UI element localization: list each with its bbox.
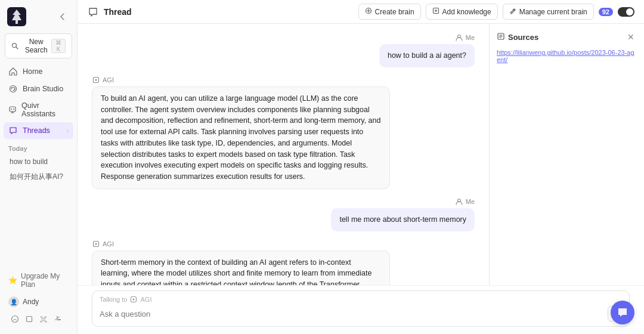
sidebar-nav: Home Brain Studio Quivr Assistants Threa…: [0, 63, 77, 139]
sidebar-collapse-btn[interactable]: [55, 10, 70, 24]
svg-rect-12: [55, 319, 58, 320]
star-icon: ⭐: [8, 276, 17, 284]
message-text-2: To build an AI agent, you can utilize a …: [101, 94, 380, 181]
add-knowledge-icon: [432, 7, 439, 16]
new-search-button[interactable]: New Search ⌘ K: [5, 33, 72, 58]
sidebar-item-home-label: Home: [23, 67, 42, 76]
sidebar-item-brain-studio[interactable]: Brain Studio: [4, 81, 73, 97]
message-sender-name-1: Me: [466, 34, 475, 41]
sidebar-item-brain-studio-label: Brain Studio: [23, 85, 63, 93]
add-knowledge-label: Add knowledge: [442, 8, 491, 16]
chat-input-label: Talking to AGI: [92, 291, 629, 304]
brain-count-badge: 92: [599, 8, 613, 16]
message-row-2: AGI To build an AI agent, you can utiliz…: [92, 76, 475, 189]
message-sender-name-3: Me: [466, 198, 475, 205]
sidebar-footer-icons: [4, 311, 73, 329]
content-area: Me how to build a ai agent? AGI To build…: [78, 24, 644, 285]
header-left: Thread: [87, 6, 132, 18]
talking-to-text: Talking to: [100, 296, 127, 303]
message-text-4: Short-term memory in the context of buil…: [101, 258, 371, 286]
message-bubble-3: tell me more about short-term memory: [331, 208, 475, 231]
create-brain-button[interactable]: Create brain: [358, 4, 421, 20]
sources-icon: [497, 32, 505, 42]
agi-label-text: AGI: [140, 296, 151, 303]
page-title: Thread: [104, 7, 132, 17]
svg-point-6: [13, 109, 14, 110]
svg-point-18: [95, 79, 97, 81]
thread-header-icon: [87, 6, 99, 18]
svg-rect-8: [27, 317, 32, 322]
sources-panel: Sources ✕ https://lilianweng.github.io/p…: [489, 24, 644, 285]
logo-icon: [7, 7, 26, 26]
manage-brain-label: Manage current brain: [519, 8, 587, 16]
source-link-1[interactable]: https://lilianweng.github.io/posts/2023-…: [497, 49, 637, 63]
header-actions: Create brain Add knowledge Manage curren…: [358, 4, 634, 20]
home-icon: [8, 67, 18, 76]
quivr-assistants-icon: [8, 105, 17, 115]
sources-header: Sources ✕: [497, 31, 637, 43]
new-search-label: New Search: [21, 38, 51, 54]
upgrade-label: Upgrade My Plan: [21, 272, 69, 289]
box-icon[interactable]: [24, 314, 35, 324]
sidebar-item-home[interactable]: Home: [4, 63, 73, 80]
twitter-icon[interactable]: [38, 314, 49, 324]
github-icon[interactable]: [10, 314, 20, 324]
brain-studio-icon: [8, 84, 18, 94]
user-profile[interactable]: 👤 Andy: [4, 293, 73, 311]
user-name: Andy: [23, 298, 39, 306]
message-text-1: how to build a ai agent?: [388, 51, 466, 60]
sources-title: Sources: [497, 32, 538, 42]
chat-input-area: Talking to AGI: [78, 285, 644, 334]
svg-point-5: [11, 109, 12, 110]
sidebar-item-threads-label: Threads: [23, 126, 50, 135]
agi-label-icon: [129, 295, 138, 304]
upgrade-plan-button[interactable]: ⭐ Upgrade My Plan: [4, 268, 73, 292]
slack-icon[interactable]: [52, 314, 63, 324]
new-search-shortcut: ⌘ K: [51, 39, 66, 53]
thread-item-1[interactable]: how to build: [4, 154, 73, 169]
message-sender-name-4: AGI: [103, 240, 114, 248]
message-sender-name-2: AGI: [103, 76, 114, 84]
add-knowledge-button[interactable]: Add knowledge: [426, 4, 498, 20]
sidebar-item-quivr-assistants[interactable]: Quivr Assistants: [4, 98, 73, 122]
chat-input-row: [92, 304, 629, 326]
threads-today-section: Today: [0, 139, 77, 154]
sources-close-button[interactable]: ✕: [625, 31, 637, 43]
svg-point-21: [95, 243, 97, 245]
sidebar: New Search ⌘ K Home Brain Studio Quivr A…: [0, 0, 78, 334]
user-sender-icon-1: [455, 33, 463, 42]
create-brain-icon: [365, 7, 372, 16]
chat-input-container: Talking to AGI: [92, 290, 630, 327]
search-icon: [11, 42, 18, 50]
pencil-icon: [509, 7, 516, 16]
message-bubble-2: To build an AI agent, you can utilize a …: [92, 86, 390, 189]
svg-point-1: [13, 44, 17, 48]
message-sender-2: AGI: [92, 76, 114, 84]
create-brain-label: Create brain: [375, 8, 414, 16]
message-text-3: tell me more about short-term memory: [339, 215, 466, 224]
main-content: Thread Create brain Add knowledge Manage…: [78, 0, 644, 334]
svg-point-3: [10, 86, 17, 92]
svg-rect-11: [57, 317, 60, 318]
svg-point-30: [133, 299, 135, 301]
message-row-4: AGI Short-term memory in the context of …: [92, 240, 475, 286]
manage-brain-button[interactable]: Manage current brain: [503, 4, 594, 20]
message-sender-4: AGI: [92, 240, 114, 248]
threads-icon: [8, 126, 18, 135]
thread-item-2[interactable]: 如何开始从事AI?: [4, 169, 73, 185]
message-sender-1: Me: [455, 33, 475, 42]
sidebar-bottom: ⭐ Upgrade My Plan 👤 Andy: [0, 264, 77, 334]
chat-bubble-button[interactable]: [611, 301, 634, 324]
message-row-1: Me how to build a ai agent?: [92, 33, 475, 67]
dark-mode-toggle[interactable]: [618, 7, 634, 17]
message-sender-3: Me: [455, 197, 475, 206]
dark-toggle-knob: [626, 8, 633, 16]
sidebar-header: [0, 0, 77, 31]
sidebar-item-quivr-assistants-label: Quivr Assistants: [21, 101, 69, 118]
chevron-right-icon: ›: [67, 128, 69, 134]
sidebar-item-threads[interactable]: Threads ›: [4, 122, 73, 139]
svg-line-2: [16, 47, 18, 49]
chat-input[interactable]: [100, 310, 608, 318]
chat-area: Me how to build a ai agent? AGI To build…: [78, 24, 489, 285]
user-sender-icon-3: [455, 197, 463, 206]
